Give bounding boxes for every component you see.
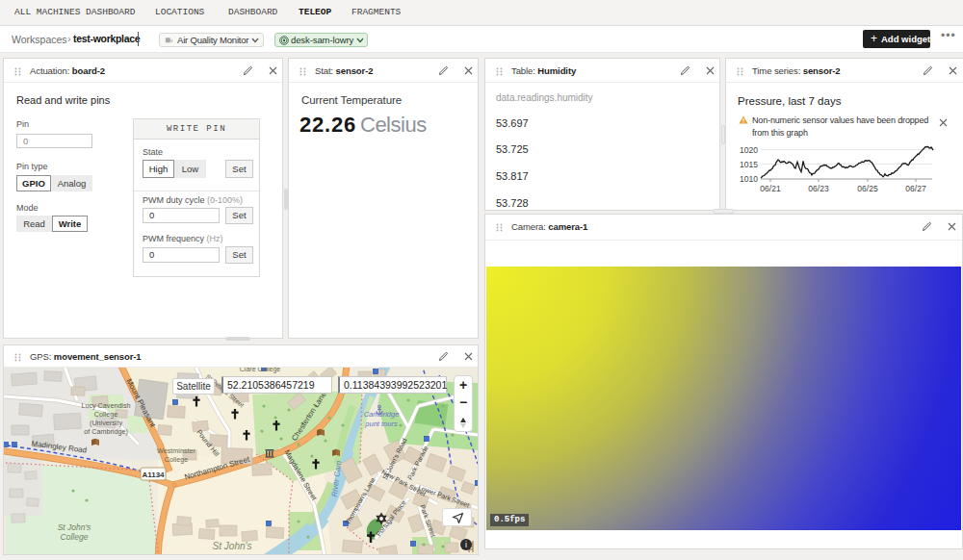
svg-text:punt tours: punt tours <box>364 420 398 428</box>
svg-text:St John's: St John's <box>58 522 91 532</box>
svg-text:A1134: A1134 <box>142 471 165 479</box>
svg-text:St John's: St John's <box>213 541 252 551</box>
svg-text:1015: 1015 <box>740 160 758 169</box>
svg-text:Lucy Cavendish: Lucy Cavendish <box>81 401 130 410</box>
svg-text:College: College <box>94 410 117 419</box>
svg-text:06/27: 06/27 <box>905 184 926 193</box>
svg-text:1020: 1020 <box>740 145 758 155</box>
svg-text:06/21: 06/21 <box>760 184 781 193</box>
svg-text:of Cambridge): of Cambridge) <box>84 427 128 436</box>
svg-text:College: College <box>165 455 188 464</box>
svg-text:Cambridge: Cambridge <box>364 410 400 419</box>
svg-text:Westminster: Westminster <box>157 446 195 455</box>
svg-text:1010: 1010 <box>740 174 758 184</box>
svg-text:College: College <box>61 532 89 542</box>
svg-text:06/23: 06/23 <box>808 184 829 193</box>
svg-text:(University: (University <box>90 419 122 427</box>
svg-text:06/25: 06/25 <box>857 184 878 193</box>
